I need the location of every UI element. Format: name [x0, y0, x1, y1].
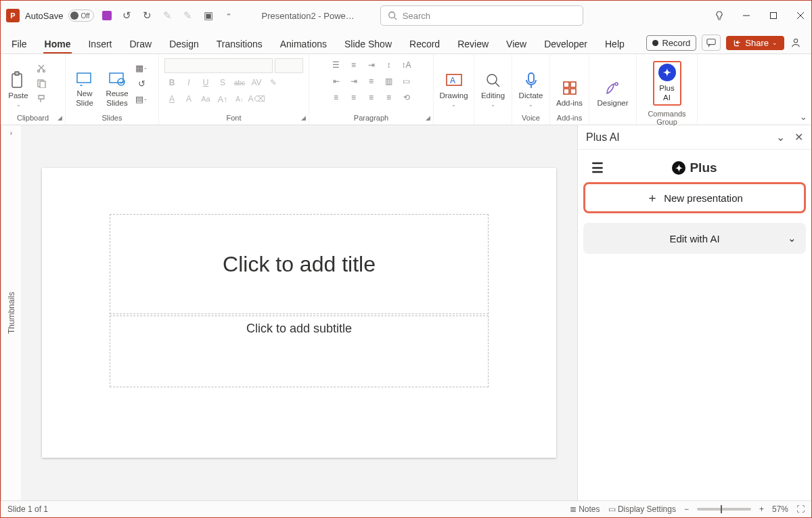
cut-button[interactable]: [35, 62, 48, 74]
zoom-in-button[interactable]: +: [759, 504, 764, 514]
align-left-button[interactable]: ≡: [329, 91, 344, 104]
align-vertical-button[interactable]: ▭: [399, 74, 414, 88]
notes-button[interactable]: ≣ Notes: [570, 504, 600, 514]
italic-button[interactable]: I: [181, 76, 196, 89]
autosave-toggle[interactable]: Off: [68, 9, 93, 22]
tab-review[interactable]: Review: [456, 35, 490, 53]
font-size-select[interactable]: [275, 58, 303, 73]
thumbnails-rail[interactable]: Thumbnails ›: [1, 125, 21, 500]
char-spacing-button[interactable]: AV: [249, 76, 264, 89]
account-icon[interactable]: [790, 37, 802, 49]
underline-button[interactable]: U: [198, 76, 213, 89]
save-button[interactable]: [99, 8, 114, 23]
hamburger-icon[interactable]: ☰: [591, 160, 604, 176]
reset-button[interactable]: ↺: [135, 77, 148, 89]
close-button[interactable]: [795, 10, 806, 21]
addins-button[interactable]: Add-ins: [554, 57, 585, 110]
line-spacing-button[interactable]: ↕: [382, 58, 397, 72]
align-text-button[interactable]: ≡: [364, 74, 379, 88]
brush-icon: [37, 94, 46, 104]
tab-insert[interactable]: Insert: [87, 35, 113, 53]
format-painter-button[interactable]: [35, 93, 48, 105]
qat-overflow[interactable]: ⁼: [221, 8, 236, 23]
present-button[interactable]: ▣: [201, 8, 216, 23]
justify-button[interactable]: ≡: [382, 91, 397, 104]
numbering-button[interactable]: ≡: [346, 58, 361, 72]
tab-help[interactable]: Help: [604, 35, 626, 53]
shadow-button[interactable]: S: [215, 76, 230, 89]
shrink-font-button[interactable]: A↓: [232, 92, 247, 106]
display-settings-button[interactable]: ▭ Display Settings: [608, 504, 676, 514]
font-name-select[interactable]: [164, 58, 273, 73]
undo-button[interactable]: ↺: [120, 8, 135, 23]
zoom-slider[interactable]: [697, 508, 751, 511]
maximize-button[interactable]: [768, 10, 779, 21]
svg-point-10: [38, 70, 40, 72]
collapse-ribbon-button[interactable]: ⌄: [800, 112, 807, 122]
copy-button[interactable]: [35, 77, 48, 89]
new-slide-button[interactable]: New Slide: [70, 57, 99, 110]
editing-button[interactable]: Editing⌄: [478, 57, 508, 110]
new-presentation-button[interactable]: ＋ New presentation: [583, 182, 806, 213]
smartart-button[interactable]: ⟲: [399, 91, 414, 104]
strike-button[interactable]: abc: [232, 76, 247, 89]
close-pane-button[interactable]: ✕: [794, 131, 803, 144]
slide-canvas[interactable]: Click to add title Click to add subtitle: [21, 125, 577, 500]
chevron-down-icon[interactable]: ⌄: [776, 131, 785, 144]
paste-icon: [10, 71, 26, 90]
columns-button[interactable]: ▥: [382, 74, 397, 88]
reuse-slides-button[interactable]: Reuse Slides: [102, 57, 132, 110]
tab-draw[interactable]: Draw: [128, 35, 153, 53]
plus-ai-button[interactable]: ✦ Plus AI: [658, 64, 676, 103]
highlight-button[interactable]: ✎: [266, 76, 281, 89]
qat-btn-2[interactable]: ✎: [181, 8, 196, 23]
qat-btn-1[interactable]: ✎: [160, 8, 175, 23]
dictate-button[interactable]: Dictate⌄: [516, 57, 545, 110]
tab-file[interactable]: File: [10, 35, 28, 53]
section-button[interactable]: ▤⌄: [135, 93, 148, 105]
tab-view[interactable]: View: [505, 35, 528, 53]
dialog-launcher[interactable]: ◢: [58, 114, 62, 121]
title-placeholder[interactable]: Click to add title: [110, 214, 489, 314]
status-bar: Slide 1 of 1 ≣ Notes ▭ Display Settings …: [1, 500, 811, 517]
tab-record[interactable]: Record: [408, 35, 441, 53]
align-right-button[interactable]: ≡: [364, 91, 379, 104]
tab-developer[interactable]: Developer: [543, 35, 589, 53]
tab-design[interactable]: Design: [168, 35, 200, 53]
zoom-out-button[interactable]: −: [684, 504, 689, 514]
text-direction-button[interactable]: ↕A: [399, 58, 414, 72]
zoom-level[interactable]: 57%: [772, 504, 788, 514]
designer-button[interactable]: Designer: [593, 57, 632, 110]
clear-format-button[interactable]: A⌫: [249, 92, 264, 106]
subtitle-placeholder[interactable]: Click to add subtitle: [110, 316, 489, 387]
align-center-button[interactable]: ≡: [346, 91, 361, 104]
paste-button[interactable]: Paste ⌄: [5, 57, 32, 110]
minimize-button[interactable]: [741, 10, 752, 21]
increase-indent-button[interactable]: ⇥: [346, 74, 361, 88]
record-button[interactable]: Record: [646, 35, 696, 51]
edit-with-ai-button[interactable]: Edit with AI ⌄: [583, 223, 806, 254]
dialog-launcher[interactable]: ◢: [426, 114, 430, 121]
dialog-launcher[interactable]: ◢: [301, 114, 306, 121]
bold-button[interactable]: B: [164, 76, 179, 89]
lightbulb-icon[interactable]: [714, 10, 725, 21]
comments-button[interactable]: [702, 35, 721, 51]
tab-animations[interactable]: Animations: [279, 35, 328, 53]
change-case-button[interactable]: Aa: [198, 92, 213, 106]
list-level-button[interactable]: ⇥: [364, 58, 379, 72]
fit-to-window-button[interactable]: ⛶: [796, 504, 805, 514]
font-fill-button[interactable]: A: [181, 92, 196, 106]
grow-font-button[interactable]: A↑: [215, 92, 230, 106]
bullets-button[interactable]: ☰: [329, 58, 344, 72]
tab-slideshow[interactable]: Slide Show: [343, 35, 393, 53]
tab-transitions[interactable]: Transitions: [215, 35, 264, 53]
font-color-button[interactable]: A: [164, 92, 179, 106]
tab-home[interactable]: Home: [43, 35, 72, 53]
decrease-indent-button[interactable]: ⇤: [329, 74, 344, 88]
search-input[interactable]: Search: [380, 5, 583, 26]
share-button[interactable]: Share ⌄: [726, 36, 784, 50]
redo-button[interactable]: ↻: [140, 8, 155, 23]
layout-button[interactable]: ▦⌄: [135, 62, 148, 74]
svg-point-11: [43, 70, 45, 72]
drawing-button[interactable]: A Drawing⌄: [438, 57, 470, 110]
